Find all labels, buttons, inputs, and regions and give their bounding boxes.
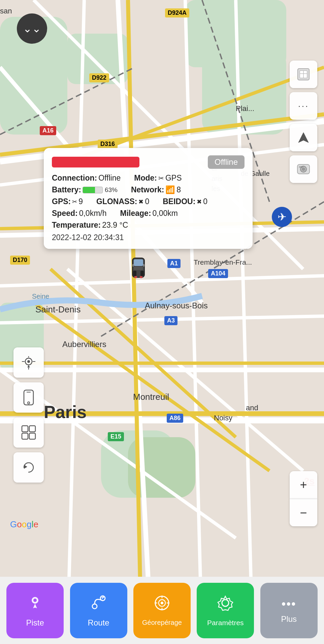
- geo-label: Géorepérage: [142, 619, 182, 627]
- piste-icon: [26, 594, 44, 615]
- svg-line-11: [0, 316, 324, 323]
- info-row-connection-mode: Connection: Offline Mode: ✂ GPS: [52, 174, 245, 183]
- nav-params-item[interactable]: Paramètres: [197, 583, 254, 638]
- nav-piste-item[interactable]: Piste: [6, 583, 64, 638]
- info-row-speed-mileage: Speed: 0,0km/h Mileage: 0,00km: [52, 209, 245, 218]
- svg-point-52: [27, 360, 30, 363]
- info-row-satellites: GPS: ✂ 9 GLONASS: ✖ 0 BEIDOU: ✖ 0: [52, 197, 245, 206]
- road-label-d924a: D924A: [165, 8, 189, 17]
- svg-rect-45: [140, 271, 144, 276]
- nav-route-item[interactable]: Route: [70, 583, 127, 638]
- road-label-d316: D316: [98, 140, 118, 149]
- glonass-info: GLONASS: ✖ 0: [96, 197, 149, 206]
- popup-header: Offline: [52, 155, 245, 169]
- timestamp: 2022-12-02 20:34:31: [52, 233, 245, 242]
- svg-rect-50: [143, 264, 144, 267]
- google-logo: Google: [10, 519, 38, 530]
- battery-bar: [83, 187, 103, 193]
- svg-point-66: [33, 599, 37, 602]
- road-label-a1: A1: [167, 259, 181, 268]
- network-info: Network: 📶 8: [131, 185, 181, 194]
- more-options-button[interactable]: ···: [290, 92, 317, 120]
- road-label-a104: A104: [208, 269, 228, 278]
- right-toolbar: ··· 360°: [290, 61, 317, 183]
- svg-rect-48: [140, 276, 142, 278]
- svg-rect-47: [134, 276, 137, 278]
- zoom-controls: + −: [290, 471, 317, 526]
- chevron-down-icon: ⌄⌄: [23, 22, 41, 35]
- plus-icon: •••: [282, 597, 296, 611]
- svg-point-59: [28, 402, 30, 404]
- phone-action-button[interactable]: [13, 382, 44, 413]
- route-icon: [90, 594, 107, 615]
- svg-marker-37: [298, 132, 309, 143]
- svg-point-76: [222, 600, 229, 606]
- svg-rect-62: [22, 433, 28, 439]
- temperature-info: Temperature: 23.9 °C: [52, 221, 128, 230]
- info-popup: Offline Connection: Offline Mode: ✂ GPS …: [44, 148, 253, 249]
- svg-rect-46: [134, 267, 143, 270]
- svg-line-16: [185, 0, 202, 644]
- battery-fill: [83, 187, 95, 193]
- plus-label: Plus: [281, 614, 297, 624]
- beidou-info: BEIDOU: ✖ 0: [163, 197, 207, 206]
- zoom-in-button[interactable]: +: [290, 471, 317, 499]
- svg-rect-61: [29, 426, 35, 432]
- svg-text:360°: 360°: [299, 166, 304, 168]
- svg-marker-64: [24, 465, 27, 469]
- piste-label: Piste: [26, 618, 44, 628]
- route-label: Route: [88, 618, 109, 628]
- location-action-button[interactable]: [13, 347, 44, 378]
- speed-info: Speed: 0,0km/h: [52, 209, 107, 218]
- bottom-nav: Piste Route Géorepérage: [0, 577, 324, 644]
- svg-rect-49: [132, 264, 134, 267]
- mileage-info: Mileage: 0,00km: [120, 209, 178, 218]
- split-action-button[interactable]: [13, 417, 44, 448]
- svg-rect-43: [134, 259, 143, 266]
- road-label-a3: A3: [164, 316, 177, 325]
- battery-info: Battery: 63%: [52, 185, 118, 194]
- params-icon: [217, 594, 234, 615]
- camera-360-button[interactable]: 360°: [290, 155, 317, 183]
- offline-badge: Offline: [208, 155, 245, 169]
- info-row-battery-network: Battery: 63% Network: 📶 8: [52, 185, 245, 194]
- info-row-temperature: Temperature: 23.9 °C: [52, 221, 245, 230]
- car-marker: [130, 254, 147, 285]
- map-background: D924A D922 A16 D316 D170 A1 A104 A3 A86 …: [0, 0, 324, 644]
- road-label-a16: A16: [40, 126, 56, 135]
- road-label-d922: D922: [89, 73, 109, 82]
- gps-info: GPS: ✂ 9: [52, 197, 83, 206]
- geo-icon: [153, 594, 171, 615]
- mode-info: Mode: ✂ GPS: [134, 174, 182, 183]
- svg-rect-44: [133, 271, 136, 276]
- svg-line-10: [0, 276, 324, 286]
- svg-point-71: [161, 602, 163, 604]
- svg-point-67: [92, 604, 97, 609]
- left-action-buttons: [13, 347, 44, 483]
- collapse-button[interactable]: ⌄⌄: [17, 13, 47, 44]
- road-label-e15: E15: [108, 432, 124, 441]
- map-layers-button[interactable]: [290, 61, 317, 88]
- nav-geo-item[interactable]: Géorepérage: [133, 583, 191, 638]
- connection-info: Connection: Offline: [52, 174, 121, 183]
- nav-plus-item[interactable]: ••• Plus: [260, 583, 318, 638]
- road-label-d170: D170: [10, 256, 30, 265]
- airport-icon: ✈: [272, 207, 292, 227]
- device-name-bar: [52, 157, 139, 167]
- svg-rect-60: [22, 426, 28, 432]
- zoom-out-button[interactable]: −: [290, 499, 317, 526]
- svg-rect-63: [29, 433, 35, 439]
- params-label: Paramètres: [207, 619, 244, 627]
- navigation-button[interactable]: [290, 124, 317, 151]
- refresh-action-button[interactable]: [13, 452, 44, 483]
- road-label-a86: A86: [167, 414, 183, 423]
